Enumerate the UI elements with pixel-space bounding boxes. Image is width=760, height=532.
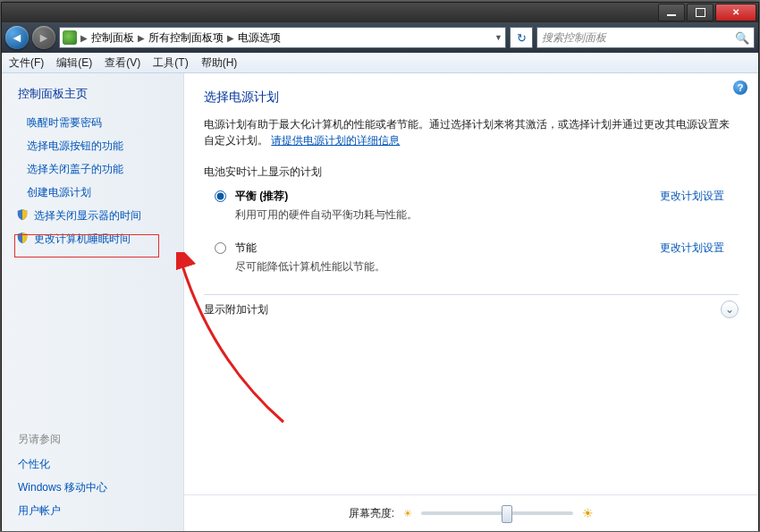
plan-balanced: 平衡 (推荐) 利用可用的硬件自动平衡功耗与性能。 更改计划设置 xyxy=(215,189,739,223)
shield-icon xyxy=(16,232,29,244)
menu-bar: 文件(F) 编辑(E) 查看(V) 工具(T) 帮助(H) xyxy=(2,53,758,73)
sidebar-link-lid-close[interactable]: 选择关闭盖子的功能 xyxy=(2,157,183,181)
plan-powersave-desc: 尽可能降低计算机性能以节能。 xyxy=(235,259,660,274)
brightness-slider[interactable] xyxy=(421,511,573,515)
help-icon[interactable]: ? xyxy=(733,80,747,95)
body-area: 控制面板主页 唤醒时需要密码 选择电源按钮的功能 选择关闭盖子的功能 创建电源计… xyxy=(2,73,758,531)
menu-help[interactable]: 帮助(H) xyxy=(201,55,238,71)
chevron-right-icon: ▶ xyxy=(80,33,88,43)
sidebar: 控制面板主页 唤醒时需要密码 选择电源按钮的功能 选择关闭盖子的功能 创建电源计… xyxy=(2,73,184,531)
sidebar-link-power-button[interactable]: 选择电源按钮的功能 xyxy=(2,134,183,157)
back-button[interactable]: ◄ xyxy=(5,26,29,49)
plan-balanced-desc: 利用可用的硬件自动平衡功耗与性能。 xyxy=(235,207,660,223)
page-description: 电源计划有助于最大化计算机的性能或者节能。通过选择计划来将其激活，或选择计划并通… xyxy=(204,116,739,148)
forward-button[interactable]: ► xyxy=(32,26,55,49)
plan-powersave: 节能 尽可能降低计算机性能以节能。 更改计划设置 xyxy=(215,241,739,274)
sidebar-extra-mobility[interactable]: Windows 移动中心 xyxy=(2,476,183,499)
plan-balanced-settings-link[interactable]: 更改计划设置 xyxy=(660,189,724,204)
breadcrumb-mid[interactable]: 所有控制面板项 xyxy=(148,30,224,46)
menu-edit[interactable]: 编辑(E) xyxy=(56,55,92,71)
sidebar-link-create-plan[interactable]: 创建电源计划 xyxy=(2,181,183,204)
brightness-label: 屏幕亮度: xyxy=(349,506,394,521)
page-title: 选择电源计划 xyxy=(204,89,739,106)
refresh-button[interactable]: ↻ xyxy=(510,27,533,48)
navigation-bar: ◄ ► ▶ 控制面板 ▶ 所有控制面板项 ▶ 电源选项 ▼ ↻ 搜索控制面板 🔍 xyxy=(2,22,758,53)
address-dropdown-icon[interactable]: ▼ xyxy=(494,33,502,42)
shield-icon xyxy=(16,208,29,221)
menu-tools[interactable]: 工具(T) xyxy=(153,55,188,71)
plan-balanced-radio[interactable] xyxy=(215,190,226,202)
titlebar: ✕ xyxy=(2,3,758,22)
slider-thumb[interactable] xyxy=(502,505,512,523)
main-content: ? 选择电源计划 电源计划有助于最大化计算机的性能或者节能。通过选择计划来将其激… xyxy=(184,73,758,531)
breadcrumb-leaf[interactable]: 电源选项 xyxy=(238,30,281,46)
brightness-bar: 屏幕亮度: ☀ ☀ xyxy=(184,494,758,531)
see-also-heading: 另请参阅 xyxy=(2,432,183,452)
plan-powersave-settings-link[interactable]: 更改计划设置 xyxy=(660,241,724,256)
battery-plans-heading: 电池安时计上显示的计划 xyxy=(204,165,739,180)
menu-file[interactable]: 文件(F) xyxy=(9,55,44,71)
sidebar-extra-accounts[interactable]: 用户帐户 xyxy=(2,499,183,522)
sidebar-link-sleep-time[interactable]: 更改计算机睡眠时间 xyxy=(2,227,183,250)
sidebar-home-link[interactable]: 控制面板主页 xyxy=(2,86,183,111)
control-panel-icon xyxy=(63,30,77,45)
chevron-right-icon: ▶ xyxy=(227,33,234,43)
control-panel-window: ✕ ◄ ► ▶ 控制面板 ▶ 所有控制面板项 ▶ 电源选项 ▼ ↻ 搜索控制面板… xyxy=(1,2,759,531)
chevron-down-icon[interactable]: ⌄ xyxy=(721,300,739,318)
show-additional-plans[interactable]: 显示附加计划 ⌄ xyxy=(204,294,739,318)
address-bar[interactable]: ▶ 控制面板 ▶ 所有控制面板项 ▶ 电源选项 ▼ xyxy=(59,27,506,48)
minimize-button[interactable] xyxy=(658,4,685,21)
breadcrumb-root[interactable]: 控制面板 xyxy=(91,30,134,46)
sun-dim-icon: ☀ xyxy=(403,508,412,519)
search-icon[interactable]: 🔍 xyxy=(735,31,749,45)
chevron-right-icon: ▶ xyxy=(138,33,145,43)
close-button[interactable]: ✕ xyxy=(715,4,756,21)
sun-bright-icon: ☀ xyxy=(582,506,594,520)
search-placeholder: 搜索控制面板 xyxy=(542,30,606,46)
plan-powersave-name: 节能 xyxy=(235,241,660,256)
maximize-button[interactable] xyxy=(687,4,714,21)
detail-info-link[interactable]: 请提供电源计划的详细信息 xyxy=(271,134,400,147)
sidebar-link-display-off[interactable]: 选择关闭显示器的时间 xyxy=(2,204,183,227)
menu-view[interactable]: 查看(V) xyxy=(105,55,140,71)
search-input[interactable]: 搜索控制面板 🔍 xyxy=(536,27,755,48)
sidebar-extra-personalize[interactable]: 个性化 xyxy=(2,452,183,476)
plan-balanced-name: 平衡 (推荐) xyxy=(235,189,660,204)
sidebar-link-password[interactable]: 唤醒时需要密码 xyxy=(2,111,183,134)
plan-powersave-radio[interactable] xyxy=(215,242,226,254)
